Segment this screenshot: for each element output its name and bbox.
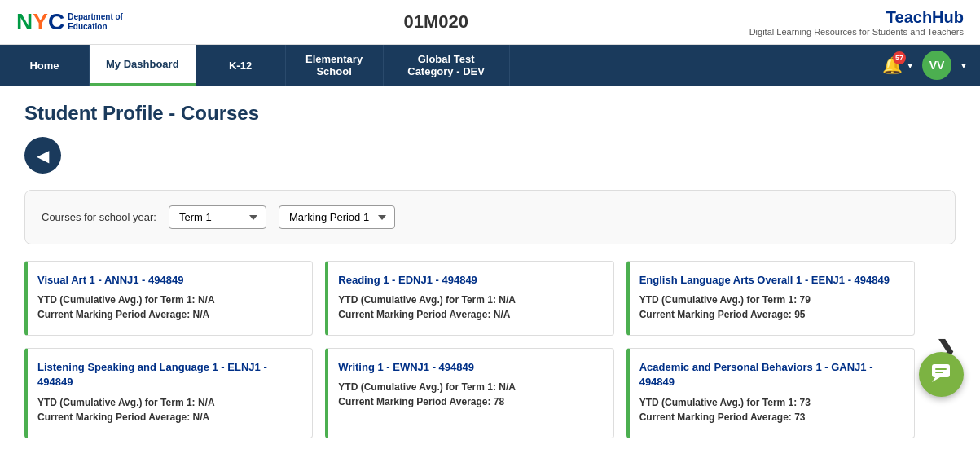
nav-item-elementary-school[interactable]: Elementary School (286, 45, 384, 86)
nav-item-k12[interactable]: K-12 (196, 45, 286, 86)
back-button[interactable]: ◀ (24, 137, 61, 174)
cards-grid: Visual Art 1 - ANNJ1 - 494849YTD (Cumula… (24, 261, 956, 438)
course-name: Academic and Personal Behaviors 1 - GANJ… (639, 360, 903, 389)
course-current: Current Marking Period Average: 95 (639, 309, 903, 320)
school-id: 01M020 (404, 11, 469, 33)
nav-item-home[interactable]: Home (0, 45, 90, 86)
back-arrow-icon: ◀ (37, 146, 49, 165)
course-current: Current Marking Period Average: N/A (37, 411, 301, 423)
nyc-letters: NYC (16, 11, 64, 33)
bell-chevron-icon: ▼ (906, 61, 914, 70)
course-ytd: YTD (Cumulative Avg.) for Term 1: 73 (639, 397, 903, 408)
user-avatar-button[interactable]: VV (922, 51, 951, 80)
course-ytd: YTD (Cumulative Avg.) for Term 1: N/A (37, 397, 301, 408)
nav-item-my-dashboard[interactable]: My Dashboard (90, 45, 196, 86)
course-card[interactable]: Writing 1 - EWNJ1 - 494849YTD (Cumulativ… (325, 348, 613, 438)
nyc-y: Y (33, 9, 48, 34)
teachhub-sub: Digital Learning Resources for Students … (749, 27, 964, 37)
main-content: Student Profile - Courses ◀ Courses for … (0, 86, 980, 455)
course-current: Current Marking Period Average: 78 (338, 396, 601, 407)
svg-marker-1 (932, 377, 940, 382)
nyc-n: N (16, 9, 33, 34)
filter-row: Courses for school year: Term 1 Term 2 T… (42, 205, 938, 229)
page-title: Student Profile - Courses (24, 102, 956, 125)
svg-rect-0 (932, 364, 950, 377)
user-chevron-icon: ▼ (960, 61, 968, 70)
nav-spacer (510, 45, 871, 86)
support-button[interactable] (919, 352, 964, 397)
course-current: Current Marking Period Average: N/A (37, 309, 301, 320)
logo-area: NYC Department of Education (16, 11, 123, 33)
nyc-logo: NYC Department of Education (16, 11, 123, 33)
teachhub-title: TeachHub (749, 8, 964, 27)
nav-item-global-test-category-dev[interactable]: Global Test Category - DEV (384, 45, 510, 86)
svg-rect-2 (935, 368, 947, 370)
filter-area: Courses for school year: Term 1 Term 2 T… (24, 190, 956, 244)
teachhub-area: TeachHub Digital Learning Resources for … (749, 8, 964, 37)
filter-label: Courses for school year: (42, 211, 156, 223)
course-name: Listening Speaking and Language 1 - ELNJ… (37, 360, 301, 389)
notifications-button[interactable]: 🔔 57 ▼ (882, 55, 914, 75)
support-icon (930, 361, 953, 389)
dept-text: Department of Education (68, 12, 123, 32)
course-card[interactable]: Listening Speaking and Language 1 - ELNJ… (24, 348, 313, 438)
svg-rect-3 (935, 372, 943, 373)
nav-icons: 🔔 57 ▼ VV ▼ (870, 45, 980, 86)
course-ytd: YTD (Cumulative Avg.) for Term 1: 79 (639, 294, 903, 306)
nav-bar: Home My Dashboard K-12 Elementary School… (0, 45, 980, 86)
marking-period-select[interactable]: Marking Period 1 Marking Period 2 Markin… (279, 205, 395, 229)
course-name: Visual Art 1 - ANNJ1 - 494849 (37, 273, 301, 288)
course-card[interactable]: English Language Arts Overall 1 - EENJ1 … (626, 261, 915, 336)
term-select[interactable]: Term 1 Term 2 Term 3 (169, 205, 266, 229)
nyc-c: C (48, 9, 64, 34)
top-header: NYC Department of Education 01M020 Teach… (0, 0, 980, 45)
bell-badge: 57 (893, 51, 906, 64)
course-card[interactable]: Visual Art 1 - ANNJ1 - 494849YTD (Cumula… (24, 261, 313, 336)
cards-section: Visual Art 1 - ANNJ1 - 494849YTD (Cumula… (24, 261, 956, 438)
course-name: Writing 1 - EWNJ1 - 494849 (338, 360, 601, 375)
course-ytd: YTD (Cumulative Avg.) for Term 1: N/A (338, 381, 601, 393)
course-card[interactable]: Reading 1 - EDNJ1 - 494849YTD (Cumulativ… (325, 261, 613, 336)
course-card[interactable]: Academic and Personal Behaviors 1 - GANJ… (626, 348, 915, 438)
course-ytd: YTD (Cumulative Avg.) for Term 1: N/A (338, 294, 601, 306)
course-current: Current Marking Period Average: N/A (338, 309, 601, 320)
course-name: English Language Arts Overall 1 - EENJ1 … (639, 273, 903, 288)
course-name: Reading 1 - EDNJ1 - 494849 (338, 273, 601, 288)
course-current: Current Marking Period Average: 73 (639, 411, 903, 423)
course-ytd: YTD (Cumulative Avg.) for Term 1: N/A (37, 294, 301, 306)
